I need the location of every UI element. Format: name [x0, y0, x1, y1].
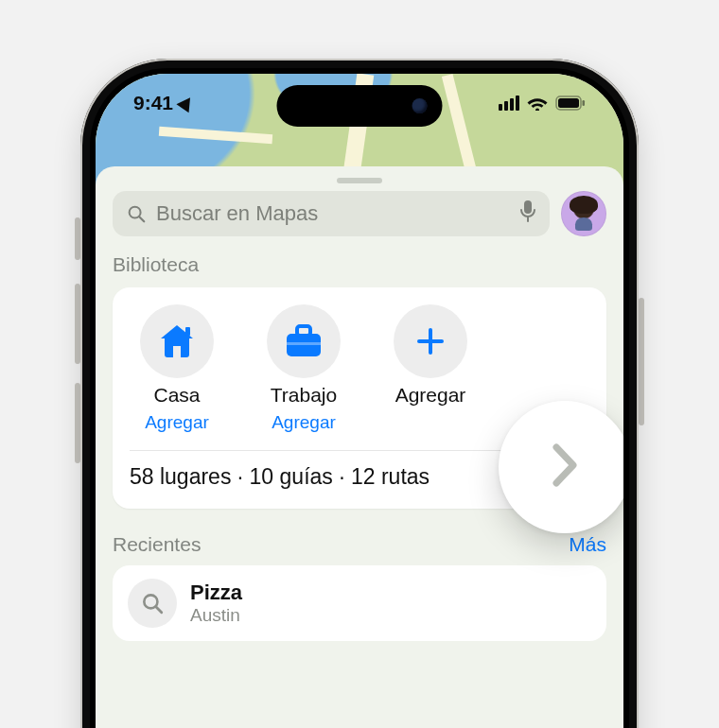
recents-heading: Recientes	[113, 533, 201, 556]
recent-item[interactable]: Pizza Austin	[113, 565, 606, 641]
favorite-label: Agregar	[395, 384, 466, 407]
wifi-icon	[527, 95, 548, 111]
status-bar: 9:41	[96, 89, 623, 117]
microphone-icon[interactable]	[519, 199, 536, 228]
map-road	[159, 127, 272, 144]
recents-more-link[interactable]: Más	[569, 533, 606, 556]
svg-rect-10	[287, 342, 321, 345]
svg-rect-7	[185, 327, 190, 336]
search-input[interactable]: Buscar en Mapas	[113, 191, 550, 236]
recent-subtitle: Austin	[190, 605, 242, 626]
favorite-label: Trabajo	[271, 384, 337, 407]
plus-icon	[394, 304, 467, 378]
phone-frame: 9:41 Buscar en Mapas	[80, 59, 639, 728]
status-time: 9:41	[133, 92, 173, 114]
cellular-signal-icon	[499, 95, 519, 111]
profile-avatar[interactable]	[561, 191, 606, 236]
recent-title: Pizza	[190, 581, 242, 605]
battery-icon	[555, 95, 586, 111]
location-arrow-icon	[176, 94, 196, 113]
favorite-sublabel[interactable]: Agregar	[145, 412, 209, 433]
library-card: Casa Agregar Trabajo Agregar	[113, 287, 606, 509]
search-icon	[126, 203, 147, 224]
favorite-sublabel[interactable]: Agregar	[272, 412, 336, 433]
svg-rect-9	[297, 326, 310, 336]
chevron-right-icon	[547, 440, 583, 494]
favorite-label: Casa	[153, 384, 200, 407]
search-sheet[interactable]: Buscar en Mapas Biblioteca Casa Agregar	[96, 166, 623, 728]
side-button-power	[639, 298, 644, 425]
search-history-icon	[128, 579, 177, 628]
phone-bezel: 9:41 Buscar en Mapas	[90, 68, 629, 728]
svg-line-14	[156, 607, 162, 613]
favorite-home[interactable]: Casa Agregar	[130, 304, 224, 433]
screen: 9:41 Buscar en Mapas	[96, 74, 623, 728]
svg-rect-5	[524, 200, 532, 214]
library-more-button[interactable]	[499, 401, 623, 533]
sheet-grabber[interactable]	[337, 178, 382, 183]
favorite-add[interactable]: Agregar	[383, 304, 478, 407]
library-heading: Biblioteca	[113, 253, 606, 276]
svg-rect-1	[558, 98, 579, 108]
briefcase-icon	[267, 304, 341, 378]
svg-line-4	[139, 217, 144, 221]
favorite-work[interactable]: Trabajo Agregar	[256, 304, 351, 433]
home-icon	[140, 304, 214, 378]
search-placeholder: Buscar en Mapas	[156, 201, 318, 226]
svg-rect-2	[583, 100, 586, 106]
